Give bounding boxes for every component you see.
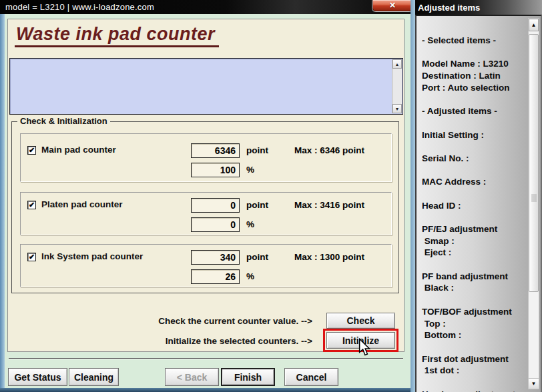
counter-checkbox[interactable]: ✔ (27, 146, 36, 155)
counter-percent-field[interactable]: 100 (191, 163, 240, 177)
counter-percent-unit: % (246, 165, 254, 175)
sidebar-line: Head ID : (422, 201, 523, 213)
sidebar-line (422, 189, 523, 201)
message-listbox[interactable]: ▲ ▼ (9, 58, 403, 115)
sidebar-line: First dot adjustment (422, 354, 523, 366)
sidebar-line: TOF/BOF adjustment (422, 307, 523, 319)
sidebar-line (422, 94, 523, 106)
sidebar-line (422, 118, 523, 130)
counter-percent-unit: % (246, 271, 254, 281)
sidebar-line: - Adjusted items - (422, 106, 523, 118)
counter-percent-field[interactable]: 0 (191, 217, 240, 232)
counter-percent-unit: % (246, 219, 254, 229)
counter-value-unit: point (246, 145, 268, 155)
sidebar-title: Adjusted items (418, 3, 480, 13)
scrollbar-thumb[interactable] (529, 34, 539, 292)
check-button[interactable]: Check (326, 313, 395, 329)
counter-label: Platen pad counter (41, 199, 123, 209)
scroll-up-button[interactable]: ▲ (529, 19, 539, 31)
counter-value-unit: point (246, 252, 268, 262)
window-title: model = L3210 | www.i-loadzone.com (0, 2, 154, 12)
sidebar-line (422, 342, 523, 354)
counter-row-platen-pad: ✔ Platen pad counter 0 point Max : 3416 … (20, 192, 392, 235)
counter-percent-field[interactable]: 26 (191, 269, 240, 284)
chevron-up-icon: ▲ (395, 62, 400, 67)
back-button[interactable]: < Back (165, 368, 219, 386)
finish-button[interactable]: Finish (221, 368, 275, 386)
sidebar-title-bar: Adjusted items (415, 0, 542, 15)
counter-max-label: Max : 6346 point (294, 145, 364, 155)
sidebar-line: Initial Setting : (422, 130, 523, 142)
scrollbar-grip-icon (531, 195, 537, 201)
counter-checkbox[interactable]: ✔ (27, 253, 36, 261)
counter-value-field[interactable]: 340 (191, 250, 240, 265)
counter-row-main-pad: ✔ Main pad counter 6346 point Max : 6346… (20, 133, 392, 182)
window-gap-strip (411, 0, 415, 392)
window-left-edge (0, 14, 5, 388)
sidebar-line: Destination : Latin (422, 71, 523, 83)
sidebar-line (422, 295, 523, 307)
counter-max-label: Max : 3416 point (294, 200, 364, 210)
sidebar-panel: - Selected items -Model Name : L3210Dest… (415, 15, 542, 392)
sidebar-line: Serial No. : (422, 153, 523, 165)
sidebar-line (422, 165, 523, 177)
sidebar-line: Black : (422, 283, 523, 295)
main-window: model = L3210 | www.i-loadzone.com ✕ Was… (0, 0, 411, 392)
adjusted-items-sidebar: Adjusted items - Selected items -Model N… (415, 0, 542, 392)
initialize-hint-text: Initialize the selected counters. --> (100, 336, 312, 346)
chevron-down-icon: ▼ (395, 107, 400, 111)
group-title: Check & Initialization (17, 116, 110, 126)
window-bottom-edge (0, 388, 411, 392)
cleaning-button[interactable]: Cleaning (69, 368, 119, 386)
sidebar-content: - Selected items -Model Name : L3210Dest… (422, 35, 523, 392)
get-status-button[interactable]: Get Status (8, 368, 67, 386)
sidebar-line: Top : (422, 319, 523, 331)
sidebar-line: Model Name : L3210 (422, 59, 523, 71)
sidebar-line (422, 47, 523, 59)
cancel-button[interactable]: Cancel (284, 368, 338, 386)
sidebar-line: Smap : (422, 236, 523, 248)
counter-label: Ink System pad counter (41, 251, 143, 261)
check-hint-text: Check the current counter value. --> (100, 316, 312, 326)
page-title: Waste ink pad counter (15, 24, 219, 47)
chevron-down-icon: ▼ (531, 381, 537, 387)
sidebar-line: PF/EJ adjustment (422, 224, 523, 236)
sidebar-line (422, 212, 523, 224)
close-icon: ✕ (389, 1, 396, 10)
sidebar-line: Eject : (422, 247, 523, 259)
counter-value-field[interactable]: 0 (191, 198, 240, 213)
check-initialization-group: Check & Initialization ✔ Main pad counte… (11, 121, 399, 293)
sidebar-scrollbar[interactable]: ▲ ▼ (528, 18, 539, 389)
sidebar-line (422, 377, 523, 389)
close-button[interactable]: ✕ (372, 0, 413, 11)
chevron-up-icon: ▲ (531, 22, 537, 28)
counter-max-label: Max : 1300 point (294, 252, 364, 262)
sidebar-line (422, 141, 523, 153)
initialize-button[interactable]: Initialize (326, 332, 395, 349)
scroll-up-button[interactable]: ▲ (392, 59, 402, 69)
counter-checkbox[interactable]: ✔ (27, 201, 36, 209)
scroll-down-button[interactable]: ▼ (392, 104, 402, 113)
counter-value-field[interactable]: 6346 (191, 143, 240, 158)
counter-value-unit: point (246, 200, 268, 210)
sidebar-line: - Selected items - (422, 35, 523, 47)
footer-separator (9, 358, 403, 359)
sidebar-line: Port : Auto selection (422, 83, 523, 95)
listbox-scrollbar[interactable]: ▲ ▼ (392, 59, 402, 113)
sidebar-line: Head ang. adjustment (422, 389, 523, 392)
sidebar-line: 1st dot : (422, 365, 523, 377)
sidebar-line: MAC Address : (422, 177, 523, 189)
counter-row-ink-system-pad: ✔ Ink System pad counter 340 point Max :… (20, 244, 392, 287)
sidebar-line: PF band adjustment (422, 271, 523, 283)
sidebar-line: Bottom : (422, 330, 523, 342)
counter-label: Main pad counter (41, 145, 116, 155)
title-bar: model = L3210 | www.i-loadzone.com (0, 0, 411, 14)
sidebar-line (422, 259, 523, 271)
scroll-down-button[interactable]: ▼ (529, 378, 539, 389)
